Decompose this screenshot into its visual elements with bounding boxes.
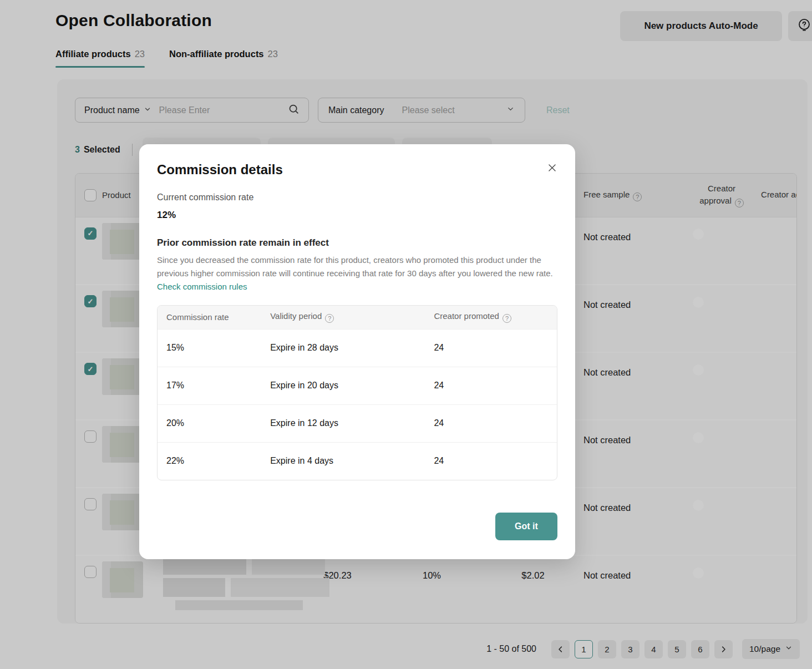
modal-title: Commission details	[157, 162, 557, 178]
commission-rate-value: 17%	[158, 367, 261, 404]
prior-rate-heading: Prior commission rate remain in effect	[157, 237, 557, 249]
creator-promoted-value: 24	[425, 404, 557, 442]
commission-rate-value: 15%	[158, 329, 261, 367]
question-icon[interactable]	[503, 314, 511, 323]
creator-promoted-value: 24	[425, 442, 557, 480]
column-header-validity-period: Validity period	[261, 306, 425, 329]
table-row: 17% Expire in 20 days 24	[158, 367, 557, 404]
modal-table-header-row: Commission rate Validity period Creator …	[158, 306, 557, 329]
table-row: 15% Expire in 28 days 24	[158, 329, 557, 367]
column-header-creator-promoted: Creator promoted	[425, 306, 557, 329]
validity-period-value: Expire in 28 days	[261, 329, 425, 367]
close-icon[interactable]	[544, 160, 560, 175]
current-rate-value: 12%	[157, 210, 557, 221]
prior-rate-description: Since you decreased the commission rate …	[157, 254, 557, 293]
got-it-button[interactable]: Got it	[495, 513, 557, 540]
table-row: 20% Expire in 12 days 24	[158, 404, 557, 442]
prior-rate-text: Since you decreased the commission rate …	[157, 255, 553, 278]
commission-rate-value: 20%	[158, 404, 261, 442]
validity-period-value: Expire in 20 days	[261, 367, 425, 404]
question-icon[interactable]	[325, 314, 334, 323]
commission-history-table: Commission rate Validity period Creator …	[157, 305, 557, 480]
commission-details-modal: Commission details Current commission ra…	[139, 144, 575, 559]
validity-period-value: Expire in 12 days	[261, 404, 425, 442]
current-rate-label: Current commission rate	[157, 192, 557, 202]
creator-promoted-value: 24	[425, 329, 557, 367]
check-commission-rules-link[interactable]: Check commission rules	[157, 282, 247, 291]
validity-period-value: Expire in 4 days	[261, 442, 425, 480]
commission-rate-value: 22%	[158, 442, 261, 480]
table-row: 22% Expire in 4 days 24	[158, 442, 557, 480]
creator-promoted-value: 24	[425, 367, 557, 404]
column-header-commission-rate: Commission rate	[158, 306, 261, 329]
